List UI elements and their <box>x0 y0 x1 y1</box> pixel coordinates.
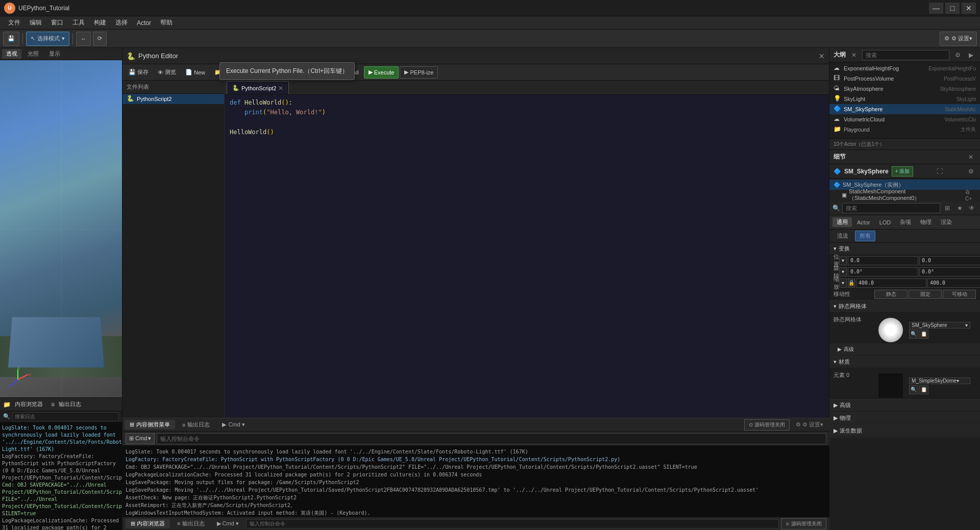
static-mesh-section-header[interactable]: ▾ 静态网格体 <box>829 300 980 313</box>
filter-streaming[interactable]: 流送 <box>832 231 853 241</box>
outline-settings-button[interactable]: ⚙ <box>952 50 963 60</box>
menu-item-actor[interactable]: Actor <box>133 17 155 29</box>
log-entry: Cmd: OBJ SAVEPACKAGE="../../Unreal Proje… <box>126 463 826 471</box>
preview-button[interactable]: 👁 测览 <box>154 66 180 79</box>
maximize-button[interactable]: □ <box>945 3 960 14</box>
copy-material-button[interactable]: 📋 <box>919 385 928 394</box>
copy-mesh-button[interactable]: 📋 <box>919 330 928 339</box>
filter-all[interactable]: 所有 <box>855 231 875 241</box>
tab-physics[interactable]: 物理 <box>916 217 936 227</box>
status-cmd-input[interactable] <box>246 519 779 528</box>
tree-item-sky-light[interactable]: 💡 SkyLight SkyLight <box>829 94 980 104</box>
advanced-section: ▶ 高级 <box>829 399 980 412</box>
new-button[interactable]: 📄 New <box>181 66 209 79</box>
outline-close-button[interactable]: ✕ <box>849 50 859 60</box>
mobility-static[interactable]: 静态 <box>874 290 908 299</box>
tree-item-playground[interactable]: 📁 Playground 文件夹 <box>829 124 980 135</box>
close-button[interactable]: ✕ <box>962 3 976 14</box>
python-editor-close-button[interactable]: ✕ <box>819 52 825 60</box>
details-fullscreen-button[interactable]: ⛶ <box>935 166 945 176</box>
file-tab-pythonscript2[interactable]: 🐍 PythonScript2 ✕ <box>227 81 289 94</box>
tab-actor[interactable]: Actor <box>853 218 874 226</box>
rotation-dropdown[interactable]: ▾ <box>839 267 847 276</box>
menu-item-edit[interactable]: 编辑 <box>26 17 46 29</box>
mesh-dropdown[interactable]: SM_SkySphere ▾ <box>909 322 970 329</box>
save-button[interactable]: 💾 保存 <box>125 66 153 79</box>
scale-x-field[interactable] <box>856 279 926 288</box>
toolbar-save-button[interactable]: 💾 <box>3 32 19 46</box>
details-search-input[interactable] <box>842 203 940 213</box>
scale-y-field[interactable] <box>927 279 980 288</box>
tab-misc[interactable]: 杂项 <box>896 217 915 227</box>
tab-content-browser[interactable]: ⊞ 内容侧滑菜单 <box>125 420 175 430</box>
log-line: Cmd: OBJ SAVEPACKAGE="../../Unreal Proje… <box>2 482 120 517</box>
tab-cmd[interactable]: ▶ Cmd ▾ <box>217 420 250 429</box>
viewport-tab-translate[interactable]: 透视 <box>2 49 21 59</box>
outline-search-input[interactable] <box>862 50 949 60</box>
tree-item-sky-atmosphere[interactable]: 🌤 SkyAtmosphere SkyAtmosphere <box>829 84 980 94</box>
file-tab-close-button[interactable]: ✕ <box>278 85 283 92</box>
tab-general[interactable]: 通用 <box>832 217 852 227</box>
menu-item-window[interactable]: 窗口 <box>47 17 67 29</box>
browse-mesh-button[interactable]: 🔍 <box>909 330 918 339</box>
details-eye-button[interactable]: 👁 <box>967 203 977 213</box>
status-content-browser[interactable]: ⊞ 内容浏览器 <box>126 519 170 528</box>
tree-item-exponential-height-fog[interactable]: ☁ ExponentialHeightFog ExponentialHeight… <box>829 63 980 73</box>
tree-item-volumetric-cloud[interactable]: ☁ VolumetricCloud VolumetricClo <box>829 114 980 124</box>
cmd-dropdown[interactable]: ⊞ Cmd ▾ <box>126 433 155 444</box>
outline-filter-button[interactable]: ▶ <box>966 50 976 60</box>
execute-button[interactable]: ▶ Execute <box>364 66 399 79</box>
bottom-settings-button[interactable]: ⚙ ⚙ 设置▾ <box>792 419 827 431</box>
transform2-button[interactable]: ⟳ <box>93 32 107 46</box>
menu-item-tools[interactable]: 工具 <box>68 17 89 29</box>
lock-scale-button[interactable]: 🔒 <box>848 279 855 288</box>
tab-lod[interactable]: LOD <box>875 218 895 226</box>
details-star-button[interactable]: ★ <box>954 203 965 213</box>
derive-data-section-header[interactable]: ▶ 派生数据 <box>829 425 980 437</box>
materials-section-header[interactable]: ▾ 材质 <box>829 356 980 368</box>
rot-x-field[interactable] <box>848 267 918 276</box>
console-input[interactable] <box>157 433 826 444</box>
transform-section-header[interactable]: ▾ 变换 <box>829 243 980 255</box>
viewport-tab-lit[interactable]: 光照 <box>23 49 43 59</box>
add-component-button[interactable]: + 添加 <box>892 166 914 176</box>
menu-item-file[interactable]: 文件 <box>4 17 24 29</box>
scale-dropdown[interactable]: ▾ <box>839 279 847 288</box>
physics-title: 物理 <box>840 414 851 422</box>
log-search-input[interactable] <box>12 412 119 421</box>
advanced-section-header-2[interactable]: ▶ 高级 <box>829 399 980 412</box>
component-tree-item-static-mesh[interactable]: ▣ StaticMeshComponent（StaticMeshComponen… <box>829 190 980 200</box>
chevron-down-icon: ▾ <box>834 303 837 310</box>
browse-material-button[interactable]: 🔍 <box>909 385 918 394</box>
mobility-movable[interactable]: 可移动 <box>943 290 976 299</box>
details-options-button[interactable]: ⚙ <box>966 166 976 176</box>
select-mode-button[interactable]: ↖ 选择模式 ▾ <box>26 32 69 46</box>
rot-y-field[interactable] <box>919 267 980 276</box>
pep8-button[interactable]: ▶ PEP8-ize <box>400 66 438 79</box>
physics-section-header[interactable]: ▶ 物理 <box>829 412 980 424</box>
tree-item-post-process-volume[interactable]: 🎞 PostProcessVolume PostProcessV <box>829 73 980 84</box>
viewport-tab-show[interactable]: 显示 <box>45 49 64 59</box>
pos-x-field[interactable] <box>848 256 918 265</box>
tab-output-log[interactable]: ≡ 输出日志 <box>177 420 215 430</box>
pos-y-field[interactable] <box>919 256 980 265</box>
transform-button[interactable]: ↔ <box>76 32 91 46</box>
menu-item-select[interactable]: 选择 <box>111 17 132 29</box>
tree-item-sm-sky-sphere[interactable]: 🔷 SM_SkySphere StaticMeshAc <box>829 104 980 114</box>
source-management-button[interactable]: ⊙ 源码管理关闭 <box>744 419 790 431</box>
menu-item-build[interactable]: 构建 <box>90 17 110 29</box>
advanced-section-header[interactable]: ▶ 高级 <box>829 343 980 356</box>
file-item-pythonscript2[interactable]: 🐍 PythonScript2 <box>122 94 224 104</box>
mobility-fixed[interactable]: 固定 <box>909 290 942 299</box>
status-cmd[interactable]: ▶ Cmd ▾ <box>212 519 244 528</box>
position-dropdown[interactable]: ▾ <box>839 256 847 265</box>
details-table-view-button[interactable]: ⊞ <box>942 203 952 213</box>
settings-button[interactable]: ⚙ ⚙ 设置▾ <box>940 32 977 46</box>
minimize-button[interactable]: — <box>929 3 943 14</box>
tab-render[interactable]: 渲染 <box>937 217 956 227</box>
status-output-log[interactable]: ≡ 输出日志 <box>172 519 209 528</box>
status-source-mgmt[interactable]: ⊙ 源码管理关闭 <box>781 518 826 529</box>
menu-item-help[interactable]: 帮助 <box>156 17 177 29</box>
material-dropdown[interactable]: M_SimpleSkyDome▾ <box>909 377 970 384</box>
details-close-button[interactable]: ✕ <box>966 152 976 162</box>
